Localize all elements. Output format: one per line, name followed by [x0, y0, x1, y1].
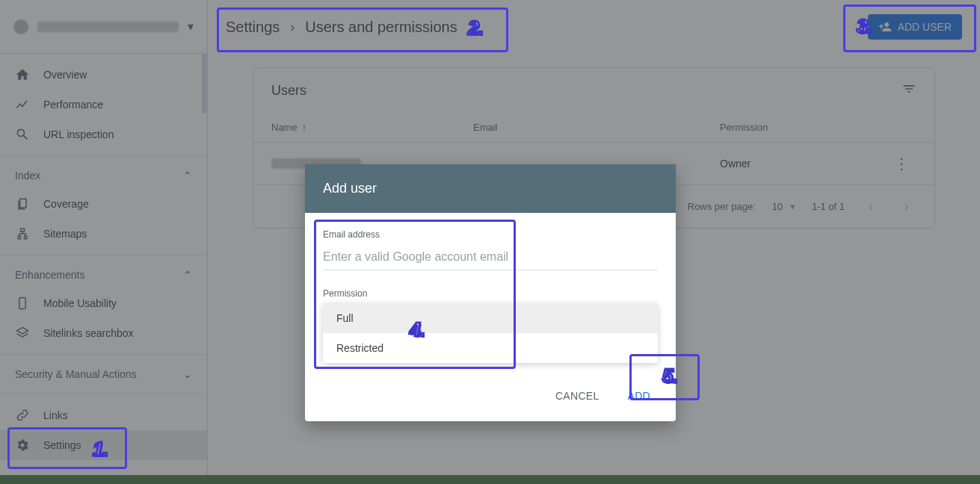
permission-label: Permission: [323, 288, 658, 299]
add-user-modal: Add user Email address Permission Full R…: [305, 164, 676, 421]
option-full[interactable]: Full: [323, 303, 658, 333]
permission-dropdown: Full Restricted: [323, 303, 658, 363]
email-label: Email address: [323, 229, 658, 240]
modal-title: Add user: [305, 164, 676, 213]
email-field[interactable]: [323, 244, 658, 270]
option-restricted[interactable]: Restricted: [323, 333, 658, 363]
add-button[interactable]: ADD: [617, 384, 661, 408]
cancel-button[interactable]: CANCEL: [545, 384, 610, 408]
